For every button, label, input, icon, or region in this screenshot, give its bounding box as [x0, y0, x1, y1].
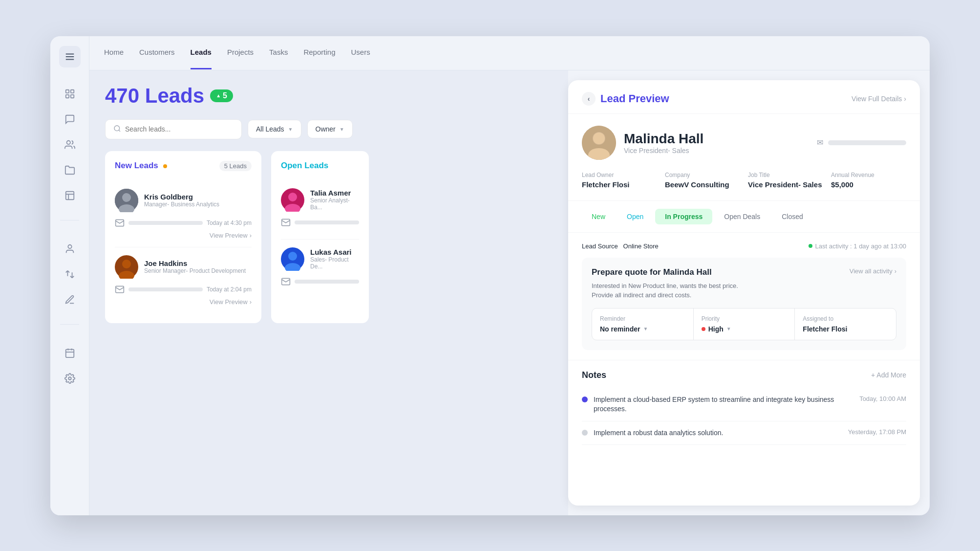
owner-filter[interactable]: Owner ▼ [307, 120, 353, 138]
menu-icon[interactable] [59, 46, 81, 67]
company-label: Company [665, 172, 740, 178]
email-icon [281, 277, 291, 287]
nav-leads[interactable]: Leads [191, 36, 212, 69]
lead-name-talia: Talia Asmer [310, 189, 359, 197]
tools-icon[interactable] [59, 289, 81, 310]
dashboard-icon[interactable] [59, 83, 81, 105]
lead-owner-label: Lead Owner [582, 172, 657, 178]
all-leads-filter[interactable]: All Leads ▼ [248, 120, 301, 138]
detail-job-title: Job Title Vice President- Sales [748, 172, 823, 189]
tab-new[interactable]: New [582, 209, 615, 224]
open-leads-title: Open Leads [281, 161, 328, 171]
inbox-icon[interactable] [59, 109, 81, 130]
lead-card-joe: Joe Hadkins Senior Manager- Product Deve… [115, 247, 252, 313]
nav-users[interactable]: Users [351, 36, 370, 69]
activity-section: Lead Source Online Store Last activity :… [568, 233, 920, 360]
note-dot-blue [582, 397, 588, 402]
notes-header: Notes + Add More [582, 370, 906, 380]
last-activity: Last activity : 1 day ago at 13:00 [809, 242, 906, 250]
calendar-icon[interactable] [59, 342, 81, 364]
column-header-new: New Leads 5 Leads [115, 161, 252, 171]
view-full-details-link[interactable]: View Full Details › [852, 95, 906, 103]
view-preview-joe[interactable]: View Preview › [115, 298, 252, 306]
lead-person-joe: Joe Hadkins Senior Manager- Product Deve… [115, 255, 252, 279]
lead-role-lukas: Sales- Product De... [310, 256, 359, 270]
annual-revenue-value: $5,000 [831, 180, 906, 189]
meta-priority: Priority High ▼ [694, 309, 795, 340]
nav-projects[interactable]: Projects [227, 36, 254, 69]
search-box[interactable] [105, 119, 242, 139]
lead-person-lukas: Lukas Asari Sales- Product De... [281, 247, 359, 271]
lead-card-lukas: Lukas Asari Sales- Product De... [281, 240, 359, 298]
lead-time-kris: Today at 4:30 pm [207, 220, 252, 226]
svg-rect-4 [70, 89, 73, 92]
arrows-icon[interactable] [59, 264, 81, 285]
column-header-open: Open Leads [281, 161, 359, 171]
lead-person-talia: Talia Asmer Senior Analyst- Ba... [281, 188, 359, 212]
contacts-icon[interactable] [59, 134, 81, 155]
settings-icon[interactable] [59, 368, 81, 389]
lead-profile-info: Malinda Hall Vice President- Sales [582, 126, 703, 160]
note-time-2: Yesterday, 17:08 PM [848, 428, 906, 436]
email-icon: ✉ [817, 138, 823, 147]
filter-bar: All Leads ▼ Owner ▼ [105, 119, 553, 139]
leads-header: 470 Leads 5 [105, 84, 553, 108]
chevron-right-icon: › [895, 267, 896, 275]
activity-card-header: Prepare quote for Malinda Hall View all … [592, 267, 896, 277]
email-bar-talia [295, 220, 359, 224]
nav-tasks[interactable]: Tasks [269, 36, 288, 69]
lead-name-lukas: Lukas Asari [310, 248, 359, 256]
nav-reporting[interactable]: Reporting [303, 36, 335, 69]
lead-profile-top: Malinda Hall Vice President- Sales ✉ [582, 126, 906, 160]
profile-icon[interactable] [59, 238, 81, 260]
nav-customers[interactable]: Customers [139, 36, 175, 69]
lead-meta-talia [281, 218, 359, 227]
lead-name-joe: Joe Hadkins [144, 259, 246, 267]
lead-name-text: Malinda Hall [624, 131, 703, 147]
tab-open[interactable]: Open [617, 209, 653, 224]
activity-card: Prepare quote for Malinda Hall View all … [582, 258, 906, 350]
svg-point-7 [66, 140, 70, 144]
tab-closed[interactable]: Closed [772, 209, 813, 224]
files-icon[interactable] [59, 159, 81, 181]
tab-in-progress[interactable]: In Progress [655, 209, 712, 224]
add-more-button[interactable]: + Add More [871, 371, 906, 379]
email-icon [281, 218, 291, 227]
svg-point-15 [114, 126, 120, 131]
lead-info-kris: Kris Goldberg Manager- Business Analytic… [144, 193, 219, 208]
svg-point-25 [288, 193, 297, 201]
chevron-right-icon: › [250, 298, 252, 306]
email-bar-lukas [295, 280, 359, 284]
svg-rect-3 [65, 89, 68, 92]
nav-home[interactable]: Home [104, 36, 124, 69]
lead-role-kris: Manager- Business Analytics [144, 201, 219, 208]
back-button[interactable]: ‹ [582, 92, 596, 106]
search-input[interactable] [125, 125, 234, 133]
activity-desc: Interested in New Product line, wants th… [592, 281, 896, 300]
kanban-board: New Leads 5 Leads [105, 151, 553, 323]
column-title-new: New Leads [115, 161, 167, 171]
annual-revenue-label: Annual Revenue [831, 172, 906, 178]
preview-title-text: Lead Preview [600, 92, 669, 105]
meta-reminder: Reminder No reminder ▼ [592, 309, 694, 340]
lead-role-joe: Senior Manager- Product Development [144, 267, 246, 274]
lead-source-row: Lead Source Online Store Last activity :… [582, 242, 906, 250]
reminder-value: No reminder ▼ [600, 325, 685, 333]
status-tabs: New Open In Progress Open Deals Closed [568, 201, 920, 233]
view-all-activity-link[interactable]: View all activity › [850, 267, 896, 275]
detail-company: Company BeewV Consulting [665, 172, 740, 189]
lead-person-kris: Kris Goldberg Manager- Business Analytic… [115, 189, 252, 212]
svg-point-17 [122, 193, 131, 202]
activity-dot [809, 244, 812, 248]
tab-open-deals[interactable]: Open Deals [714, 209, 770, 224]
company-value: BeewV Consulting [665, 180, 740, 189]
view-preview-kris[interactable]: View Preview › [115, 232, 252, 239]
job-title-value: Vice President- Sales [748, 180, 823, 189]
svg-point-29 [288, 252, 297, 261]
reports-icon[interactable] [59, 185, 81, 206]
detail-annual-revenue: Annual Revenue $5,000 [831, 172, 906, 189]
avatar-lukas [281, 247, 304, 271]
priority-value: High ▼ [702, 325, 787, 333]
email-preview-line [828, 140, 906, 145]
chevron-down-icon: ▼ [340, 127, 344, 132]
